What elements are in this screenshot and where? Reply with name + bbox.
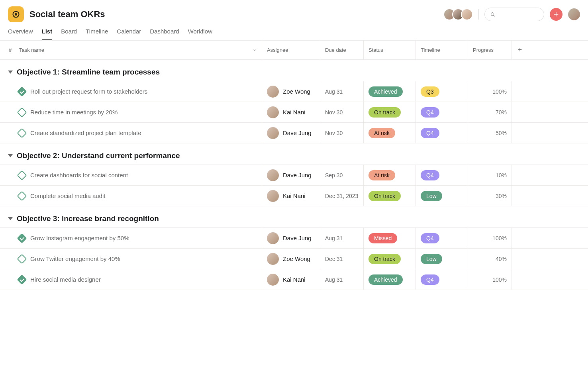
chevron-down-icon[interactable] [252, 48, 257, 53]
task-cell[interactable]: Grow Instagram engagement by 50% [0, 228, 262, 248]
task-row[interactable]: Roll out project request form to stakeho… [0, 81, 588, 102]
task-cell[interactable]: Reduce time in meetings by 20% [0, 102, 262, 122]
task-row[interactable]: Grow Twitter engagement by 40% Zoe Wong … [0, 248, 588, 269]
timeline-pill: Q4 [421, 107, 439, 118]
tab-overview[interactable]: Overview [8, 28, 33, 40]
status-pill: On track [368, 107, 401, 118]
complete-icon[interactable] [17, 170, 27, 180]
assignee-cell[interactable]: Kai Nani [262, 269, 320, 290]
column-timeline[interactable]: Timeline [416, 41, 468, 59]
assignee-cell[interactable]: Kai Nani [262, 186, 320, 206]
timeline-cell[interactable]: Low [416, 186, 468, 206]
row-spacer [512, 269, 528, 290]
add-button[interactable] [550, 8, 563, 21]
due-date-cell[interactable]: Dec 31, 2023 [320, 186, 364, 206]
column-task-name[interactable]: Task name [14, 41, 262, 59]
progress-cell[interactable]: 50% [468, 123, 512, 143]
complete-icon[interactable] [17, 191, 27, 201]
collapse-icon[interactable] [8, 71, 13, 74]
user-avatar[interactable] [568, 8, 580, 20]
progress-cell[interactable]: 10% [468, 165, 512, 185]
task-cell[interactable]: Complete social media audit [0, 186, 262, 206]
due-date-cell[interactable]: Dec 31 [320, 249, 364, 269]
tab-calendar[interactable]: Calendar [117, 28, 141, 40]
collapse-icon[interactable] [8, 217, 13, 220]
task-name: Complete social media audit [30, 192, 105, 199]
status-cell[interactable]: On track [364, 249, 416, 269]
due-date-cell[interactable]: Aug 31 [320, 81, 364, 102]
tab-workflow[interactable]: Workflow [188, 28, 212, 40]
task-row[interactable]: Complete social media audit Kai Nani Dec… [0, 185, 588, 206]
assignee-name: Kai Nani [283, 276, 306, 283]
timeline-cell[interactable]: Q3 [416, 81, 468, 102]
task-cell[interactable]: Create dashboards for social content [0, 165, 262, 185]
search-field[interactable] [498, 11, 538, 18]
due-date-cell[interactable]: Nov 30 [320, 102, 364, 122]
status-cell[interactable]: At risk [364, 123, 416, 143]
complete-icon[interactable] [17, 274, 27, 284]
progress-cell[interactable]: 30% [468, 186, 512, 206]
status-cell[interactable]: Achieved [364, 81, 416, 102]
complete-icon[interactable] [17, 107, 27, 117]
tab-bar: OverviewListBoardTimelineCalendarDashboa… [0, 28, 588, 41]
progress-cell[interactable]: 100% [468, 81, 512, 102]
assignee-name: Dave Jung [283, 172, 312, 178]
task-cell[interactable]: Create standardized project plan templat… [0, 123, 262, 143]
task-row[interactable]: Create standardized project plan templat… [0, 122, 588, 143]
complete-icon[interactable] [17, 128, 27, 138]
tab-board[interactable]: Board [61, 28, 77, 40]
task-row[interactable]: Grow Instagram engagement by 50% Dave Ju… [0, 227, 588, 249]
task-row[interactable]: Reduce time in meetings by 20% Kai Nani … [0, 102, 588, 123]
tab-list[interactable]: List [42, 28, 53, 40]
section-header[interactable]: Objective 2: Understand current performa… [0, 143, 588, 165]
timeline-cell[interactable]: Q4 [416, 165, 468, 185]
timeline-pill: Q4 [421, 233, 439, 243]
task-row[interactable]: Hire social media designer Kai Nani Aug … [0, 269, 588, 290]
section-header[interactable]: Objective 3: Increase brand recognition [0, 206, 588, 228]
timeline-cell[interactable]: Q4 [416, 269, 468, 290]
add-column-button[interactable]: + [512, 41, 528, 59]
collapse-icon[interactable] [8, 154, 13, 157]
members-stack[interactable] [447, 8, 473, 20]
status-cell[interactable]: On track [364, 102, 416, 122]
progress-cell[interactable]: 100% [468, 228, 512, 248]
task-cell[interactable]: Grow Twitter engagement by 40% [0, 249, 262, 269]
status-cell[interactable]: Achieved [364, 269, 416, 290]
assignee-cell[interactable]: Kai Nani [262, 102, 320, 122]
due-date-cell[interactable]: Nov 30 [320, 123, 364, 143]
search-input[interactable] [484, 8, 544, 21]
status-cell[interactable]: On track [364, 186, 416, 206]
assignee-cell[interactable]: Dave Jung [262, 123, 320, 143]
task-cell[interactable]: Hire social media designer [0, 269, 262, 290]
complete-icon[interactable] [17, 233, 27, 243]
assignee-cell[interactable]: Dave Jung [262, 228, 320, 248]
timeline-cell[interactable]: Q4 [416, 123, 468, 143]
progress-cell[interactable]: 100% [468, 269, 512, 290]
complete-icon[interactable] [17, 86, 27, 96]
column-status[interactable]: Status [364, 41, 416, 59]
column-progress[interactable]: Progress [468, 41, 512, 59]
assignee-cell[interactable]: Zoe Wong [262, 81, 320, 102]
due-date-cell[interactable]: Aug 31 [320, 269, 364, 290]
progress-cell[interactable]: 70% [468, 102, 512, 122]
assignee-cell[interactable]: Dave Jung [262, 165, 320, 185]
timeline-cell[interactable]: Q4 [416, 102, 468, 122]
tab-dashboard[interactable]: Dashboard [150, 28, 179, 40]
column-assignee[interactable]: Assignee [262, 41, 320, 59]
tab-timeline[interactable]: Timeline [86, 28, 108, 40]
column-rownum: # [0, 41, 14, 59]
due-date-cell[interactable]: Aug 31 [320, 228, 364, 248]
section-title-text: Objective 1: Streamline team processes [17, 68, 160, 76]
due-date-cell[interactable]: Sep 30 [320, 165, 364, 185]
timeline-cell[interactable]: Q4 [416, 228, 468, 248]
timeline-cell[interactable]: Low [416, 249, 468, 269]
assignee-cell[interactable]: Zoe Wong [262, 249, 320, 269]
progress-cell[interactable]: 40% [468, 249, 512, 269]
task-cell[interactable]: Roll out project request form to stakeho… [0, 81, 262, 102]
task-row[interactable]: Create dashboards for social content Dav… [0, 165, 588, 186]
complete-icon[interactable] [17, 254, 27, 264]
status-cell[interactable]: Missed [364, 228, 416, 248]
column-due-date[interactable]: Due date [320, 41, 364, 59]
section-header[interactable]: Objective 1: Streamline team processes [0, 60, 588, 81]
status-cell[interactable]: At risk [364, 165, 416, 185]
